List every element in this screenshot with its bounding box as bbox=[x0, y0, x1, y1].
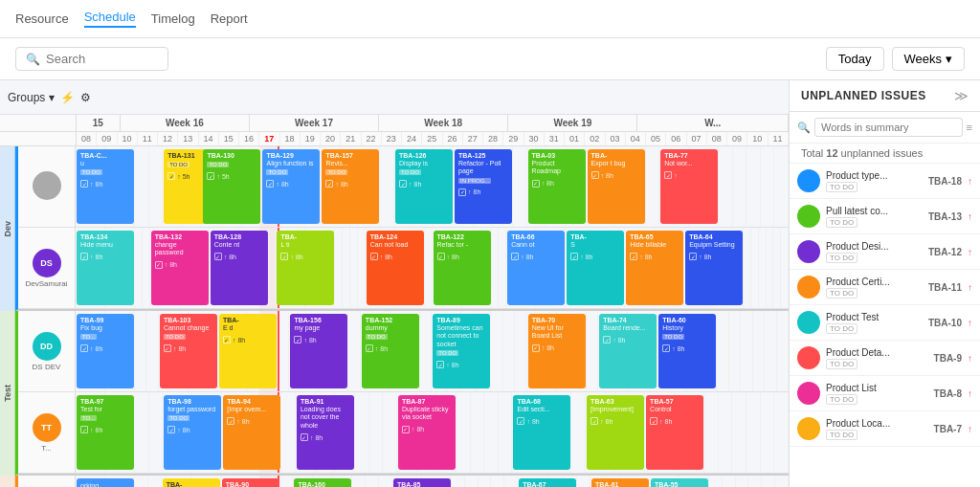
task-card[interactable]: TBA-91 Loading does not cover the whole … bbox=[297, 395, 354, 470]
day-header-30: 30 bbox=[524, 132, 545, 145]
status-badge: TO DO bbox=[826, 288, 858, 299]
filter-icon[interactable]: ≡ bbox=[967, 122, 972, 133]
task-card[interactable]: TBA-98 forget password TO DO ✓ ↑ 8h bbox=[164, 395, 221, 470]
task-card[interactable]: TBA-124 Can not load ✓ ↑ 8h bbox=[367, 231, 424, 305]
priority-icon: ↑ bbox=[968, 353, 972, 364]
section-label: Test bbox=[0, 311, 15, 476]
unplanned-item-id: TBA-18 bbox=[928, 176, 962, 187]
task-card[interactable]: TBA-55 History ✓ ↑ 8h bbox=[651, 478, 708, 487]
task-card[interactable]: TBA-87 Duplicate sticky via socket ✓ ↑ 8… bbox=[398, 395, 456, 470]
task-card[interactable]: TBA-152 dummy TO DO ✓ ↑ 8h bbox=[362, 314, 419, 388]
task-card[interactable]: TBA-70 New UI for Board List ✓ ↑ 8h bbox=[528, 314, 586, 388]
unplanned-item[interactable]: Product Certi...TO DOTBA-11↑ bbox=[790, 270, 980, 305]
unplanned-item[interactable]: Product Deta...TO DOTBA-9↑ bbox=[790, 341, 980, 376]
task-card[interactable]: TBA-66 Cann ot ✓ ↑ 8h bbox=[507, 231, 565, 305]
day-header-13: 13 bbox=[178, 132, 198, 145]
unplanned-count: Total 12 unplanned issues bbox=[790, 144, 980, 164]
nav-resource[interactable]: Resource bbox=[15, 11, 69, 26]
week-15: 15 bbox=[77, 115, 121, 131]
task-card[interactable]: TBA-94 [Impr ovem... ✓ ↑ 8h bbox=[223, 395, 280, 470]
task-card[interactable]: TBA-74 Board rende... ✓ ↑ 8h bbox=[599, 314, 657, 388]
task-card[interactable]: TBA-134 Hide menu ✓ ↑ 8h bbox=[77, 231, 134, 305]
day-header-09: 09 bbox=[727, 132, 747, 145]
task-card[interactable]: TBA-157 Revis... TO DO ✓ ↑ 8h bbox=[322, 149, 379, 224]
task-card[interactable]: TBA-61 Chan ge ✓ ↑ 8h bbox=[591, 478, 649, 487]
task-card[interactable]: TBA-126 Display is TO DO ✓ ↑ 8h bbox=[395, 149, 453, 224]
task-card[interactable]: TBA-128 Conte nt ✓ ↑ 8h bbox=[211, 231, 268, 305]
unplanned-item[interactable]: Product Desi...TO DOTBA-12↑ bbox=[790, 234, 980, 270]
task-card[interactable]: TBA- E d ✓ ↑ 8h bbox=[219, 314, 277, 388]
unplanned-item-id: TBA-9 bbox=[934, 353, 962, 364]
unplanned-badge: TO DO bbox=[826, 217, 923, 228]
task-card[interactable]: TBA- S ✓ ↑ 8h bbox=[567, 231, 624, 305]
task-card[interactable]: TBA-65 Hide billable ✓ ↑ 8h bbox=[626, 231, 683, 305]
double-arrow-icon[interactable]: ≫ bbox=[954, 88, 969, 103]
task-card[interactable]: TBA-85 Bug ✓ ↑ 8h bbox=[393, 478, 451, 487]
task-card[interactable]: TBA-99 Fix bug TO... ✓ ↑ 8h bbox=[77, 314, 134, 388]
user-name: T... bbox=[41, 444, 52, 453]
task-card[interactable]: TBA-67 Add story point to ✓ ↑ 8h bbox=[519, 478, 576, 487]
unplanned-item[interactable]: Pull latest co...TO DOTBA-13↑ bbox=[790, 199, 980, 234]
unplanned-info: Product ListTO DO bbox=[826, 383, 928, 405]
task-card[interactable]: TBA-129 Align function is TO DO ✓ ↑ 8h bbox=[262, 149, 320, 224]
task-card[interactable]: TBA-89 Sometimes can not connect to sock… bbox=[433, 314, 490, 388]
task-card[interactable]: TBA-68 Edit secti... ✓ ↑ 8h bbox=[513, 395, 570, 470]
task-card[interactable]: TBA-156 my page ✓ ↑ 8h bbox=[290, 314, 347, 388]
user-info bbox=[18, 146, 76, 227]
task-card[interactable]: TBA-160 Create Status on board ✓ ↑ 8h bbox=[294, 478, 351, 487]
unplanned-search-input[interactable] bbox=[814, 118, 963, 137]
unplanned-avatar bbox=[797, 240, 820, 263]
settings-icon[interactable]: ⚙ bbox=[80, 91, 91, 104]
task-card[interactable]: TBA-03 Product Roadmap ✓ ↑ 8h bbox=[528, 149, 586, 224]
task-card[interactable]: TBA-64 Equipm Setting ✓ ↑ 8h bbox=[685, 231, 743, 305]
task-card[interactable]: TBA-77 Not wor... ✓ ↑ bbox=[660, 149, 718, 224]
unplanned-item-name: Product type... bbox=[826, 170, 923, 181]
task-card[interactable]: TBA-125 Refactor - Poll page IN PROG... … bbox=[455, 149, 512, 224]
today-button[interactable]: Today bbox=[826, 47, 884, 71]
unplanned-item[interactable]: Product TestTO DOTBA-10↑ bbox=[790, 305, 980, 341]
week-headers: 15 Week 16 Week 17 Week 18 Week 19 W... bbox=[0, 115, 789, 132]
day-header-01: 01 bbox=[565, 132, 585, 145]
task-card[interactable]: TBA-130 TO DO ✓ ↑ 5h bbox=[203, 149, 260, 224]
nav-timelog[interactable]: Timelog bbox=[151, 11, 195, 26]
unplanned-item-id: TBA-13 bbox=[928, 211, 962, 222]
task-card[interactable]: TBA-132 change password ✓ ↑ 8h bbox=[151, 231, 209, 305]
task-card[interactable]: TBA-C... u TO DO ✓ ↑ 8h bbox=[77, 149, 134, 224]
task-card[interactable]: TBA-103 Cannot change TO DO ✓ ↑ 8h bbox=[160, 314, 217, 388]
task-card[interactable]: TBA-57 Control ✓ ↑ 8h bbox=[646, 395, 703, 470]
unplanned-badge: TO DO bbox=[826, 394, 928, 405]
day-header-19: 19 bbox=[301, 132, 321, 145]
search-input[interactable] bbox=[46, 52, 151, 66]
task-card[interactable]: TBA- Expor t bug ✓ ↑ 8h bbox=[588, 149, 645, 224]
day-header-20: 20 bbox=[321, 132, 341, 145]
unplanned-item-id: TBA-11 bbox=[928, 282, 962, 293]
weeks-button[interactable]: Weeks ▾ bbox=[892, 47, 966, 71]
task-card[interactable]: TBA-90 Fix bug ✓ ↑ 8h bbox=[222, 478, 279, 487]
filter-icon[interactable]: ⚡ bbox=[60, 91, 75, 104]
unplanned-item-name: Product Certi... bbox=[826, 277, 923, 287]
task-card[interactable]: TBA-60 History TO DO ✓ ↑ 8h bbox=[658, 314, 716, 388]
nav-schedule[interactable]: Schedule bbox=[84, 10, 136, 28]
groups-button[interactable]: Groups ▾ bbox=[8, 91, 55, 104]
task-card[interactable]: orking ✓ ↑ 8h bbox=[77, 478, 134, 487]
priority-icon: ↑ bbox=[968, 282, 972, 293]
tasks-area: TBA-C... u TO DO ✓ ↑ 8h TBA-131 TO DO ✓ … bbox=[76, 146, 789, 227]
avatar: DD bbox=[33, 332, 61, 361]
task-card[interactable]: TBA-122 Refac tor - ✓ ↑ 8h bbox=[434, 231, 491, 305]
task-card[interactable]: TBA-63 [Improvement] ✓ ↑ 8h bbox=[587, 395, 644, 470]
unplanned-badge: TO DO bbox=[826, 430, 928, 440]
unplanned-avatar bbox=[797, 205, 820, 228]
groups-bar: Groups ▾ ⚡ ⚙ bbox=[0, 80, 789, 115]
task-card[interactable]: TBA- L ti ✓ ↑ 8h bbox=[277, 231, 334, 305]
section-storm-make: orking ✓ ↑ 8h TBA- ✓ ↑ 8h TBA-90 Fix bu bbox=[15, 476, 789, 487]
task-card[interactable]: TBA- ✓ ↑ 8h bbox=[163, 478, 220, 487]
search-box[interactable]: 🔍 bbox=[15, 47, 168, 71]
unplanned-item[interactable]: Product Loca...TO DOTBA-7↑ bbox=[790, 411, 980, 447]
unplanned-item[interactable]: Product ListTO DOTBA-8↑ bbox=[790, 376, 980, 411]
unplanned-item[interactable]: Product type...TO DOTBA-18↑ bbox=[790, 164, 980, 199]
priority-icon: ↑ bbox=[968, 176, 972, 187]
day-header-11: 11 bbox=[768, 132, 789, 145]
day-header-17: 17 bbox=[259, 132, 279, 145]
task-card[interactable]: TBA-97 Test for TO... ✓ ↑ 8h bbox=[77, 395, 134, 470]
nav-report[interactable]: Report bbox=[211, 11, 248, 26]
